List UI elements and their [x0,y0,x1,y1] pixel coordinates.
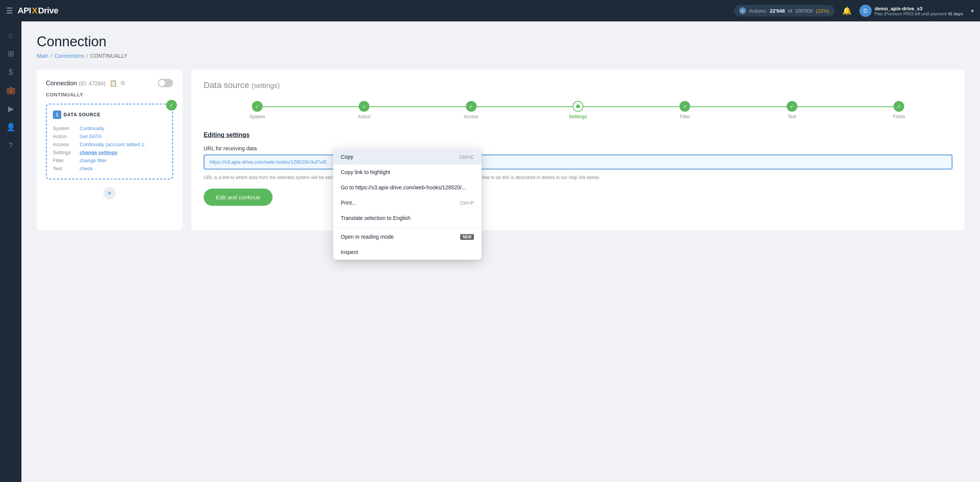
context-menu-item[interactable]: Open in reading modeNEW [333,229,482,244]
context-menu: CopyCtrl+CCopy link to highlightGo to ht… [333,149,482,260]
shortcut-label: Ctrl+P [460,200,474,206]
context-menu-item[interactable]: Go to https://s3.apix-drive.com/web-hook… [333,180,482,195]
context-menu-item-label: Print... [341,200,452,206]
context-menu-item-label: Open in reading mode [341,234,449,240]
context-menu-item[interactable]: CopyCtrl+C [333,149,482,164]
shortcut-label: Ctrl+C [459,154,474,160]
context-menu-item-label: Go to https://s3.apix-drive.com/web-hook… [341,184,466,191]
context-menu-item[interactable]: Print...Ctrl+P [333,195,482,210]
context-menu-overlay[interactable]: CopyCtrl+CCopy link to highlightGo to ht… [0,0,980,482]
context-menu-item-label: Translate selection to English [341,215,466,221]
context-menu-item[interactable]: Copy link to highlight [333,164,482,180]
context-menu-item[interactable]: Translate selection to English [333,210,482,226]
context-menu-item-label: Copy link to highlight [341,169,466,175]
context-menu-item-label: Copy [341,154,452,160]
context-menu-item[interactable]: Inspect [333,244,482,260]
context-menu-item-label: Inspect [341,249,466,255]
new-badge: NEW [460,234,474,240]
